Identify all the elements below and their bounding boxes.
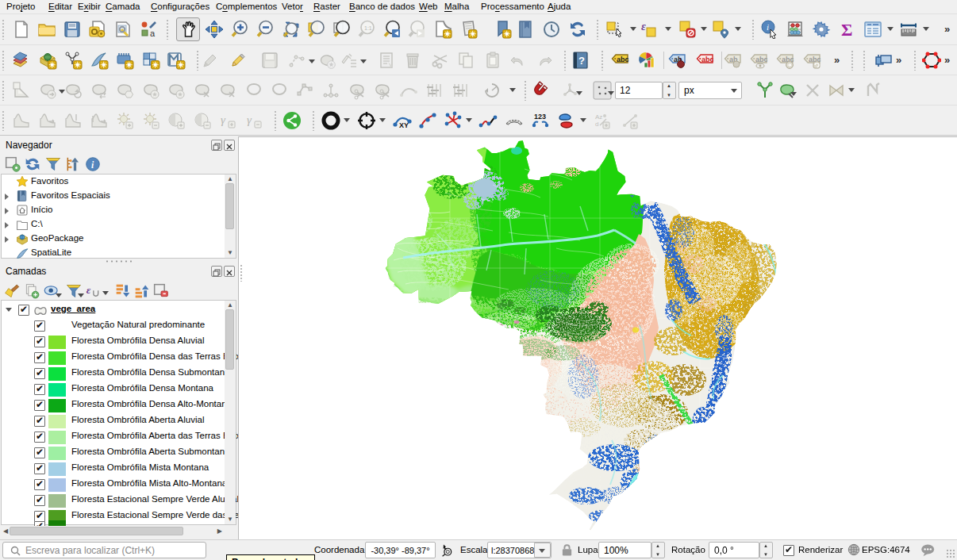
- svg-text:abc: abc: [701, 56, 714, 63]
- svg-text:abc: abc: [617, 56, 629, 63]
- svg-text:123: 123: [534, 113, 546, 121]
- svg-text:d: d: [595, 121, 598, 128]
- svg-text:1:1: 1:1: [364, 25, 372, 31]
- svg-text:ε: ε: [86, 284, 91, 296]
- svg-text:XY: XY: [399, 121, 409, 129]
- svg-text:Az: Az: [595, 113, 602, 121]
- svg-text:Σ: Σ: [841, 20, 852, 39]
- svg-text:abc: abc: [755, 56, 768, 63]
- svg-text:ε: ε: [641, 21, 646, 33]
- svg-text:i: i: [767, 22, 769, 32]
- svg-text:γ: γ: [247, 113, 252, 126]
- svg-text:?: ?: [578, 55, 585, 67]
